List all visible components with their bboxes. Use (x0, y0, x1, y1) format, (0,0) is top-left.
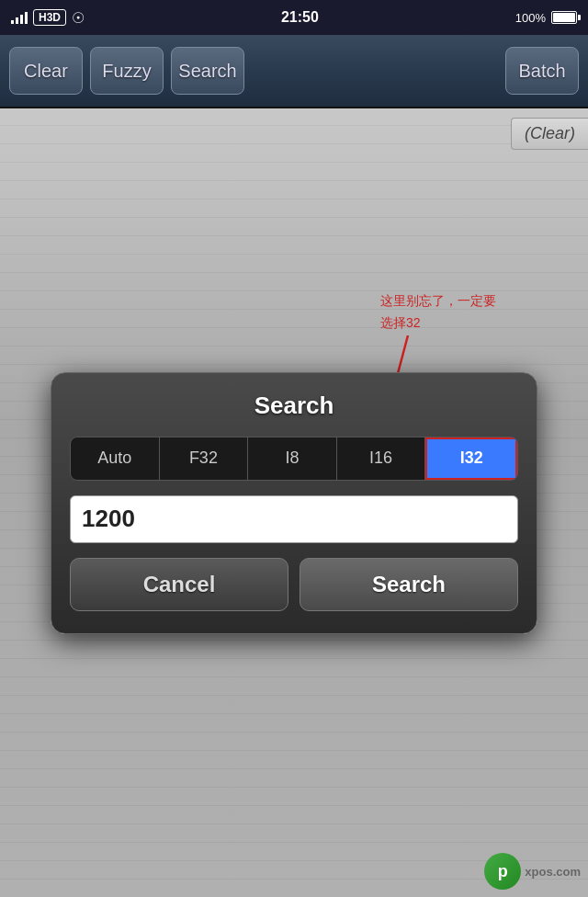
battery-icon (551, 11, 577, 24)
batch-button[interactable]: Batch (505, 47, 579, 95)
status-left: H3D ☉ (11, 9, 85, 27)
toolbar: Clear Fuzzy Search Batch (0, 35, 588, 108)
dialog-actions: Cancel Search (70, 558, 518, 611)
main-content: (Clear) 这里别忘了，一定要 选择32 Search Auto F32 I… (0, 108, 588, 897)
search-dialog: Search Auto F32 I8 I16 I32 (51, 372, 537, 634)
segment-i32[interactable]: I32 (425, 437, 517, 480)
status-bar: H3D ☉ 21:50 100% (0, 0, 588, 35)
battery-fill (553, 13, 575, 22)
search-toolbar-button[interactable]: Search (171, 47, 244, 95)
wifi-icon: ☉ (72, 9, 85, 27)
watermark-text: xpos.com (525, 865, 581, 879)
watermark: p xpos.com (484, 853, 581, 890)
fuzzy-button[interactable]: Fuzzy (90, 47, 164, 95)
segment-auto[interactable]: Auto (71, 437, 160, 480)
signal-bars-icon (11, 11, 28, 24)
cancel-button[interactable]: Cancel (70, 558, 288, 611)
dialog-search-button[interactable]: Search (300, 558, 518, 611)
segment-i8[interactable]: I8 (248, 437, 337, 480)
search-value-input[interactable] (70, 495, 518, 543)
clear-button[interactable]: Clear (9, 47, 83, 95)
segment-f32[interactable]: F32 (160, 437, 249, 480)
watermark-logo: p (484, 853, 521, 890)
segment-i16[interactable]: I16 (337, 437, 426, 480)
carrier-label: H3D (33, 9, 66, 26)
dialog-title: Search (70, 392, 518, 420)
dialog-overlay: Search Auto F32 I8 I16 I32 (0, 108, 588, 897)
status-right: 100% (515, 11, 577, 25)
segment-control: Auto F32 I8 I16 I32 (70, 437, 518, 481)
battery-percent: 100% (515, 11, 546, 25)
time-label: 21:50 (281, 9, 319, 26)
